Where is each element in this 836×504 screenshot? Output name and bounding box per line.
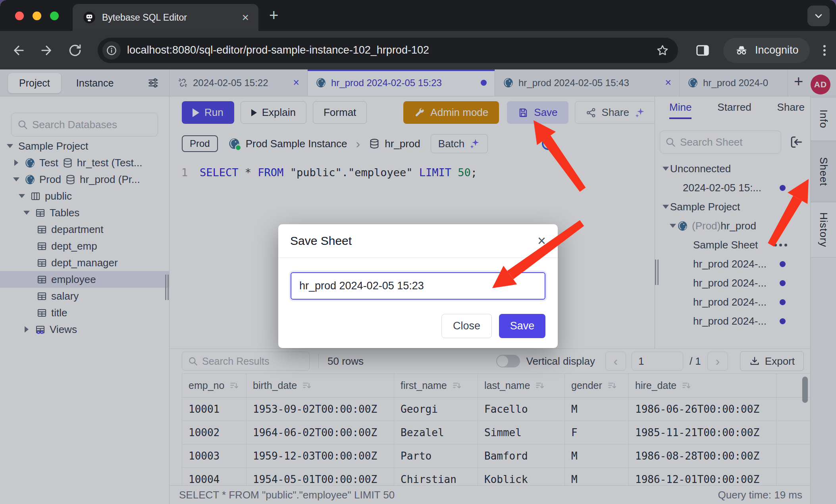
bytebase-app: ProjectInstance 2024-02-05 15:22×hr_prod… <box>0 69 836 504</box>
tab-search-button[interactable] <box>807 6 830 26</box>
bookmark-star-icon[interactable] <box>656 44 669 57</box>
incognito-badge: Incognito <box>723 38 810 63</box>
traffic-lights <box>15 12 59 20</box>
bytebase-favicon-icon <box>83 11 96 24</box>
dialog-close-icon[interactable]: × <box>537 234 546 248</box>
back-icon[interactable] <box>11 43 26 58</box>
dialog-title: Save Sheet <box>290 234 537 248</box>
browser-tab-close-icon[interactable]: × <box>242 11 249 24</box>
browser-menu-icon[interactable] <box>822 43 827 58</box>
address-bar[interactable]: localhost:8080/sql-editor/prod-sample-in… <box>98 38 678 63</box>
browser-tab-title: Bytebase SQL Editor <box>102 12 242 23</box>
chevron-down-icon <box>813 10 824 21</box>
browser-window: Bytebase SQL Editor × + localhost:8080/s… <box>0 0 836 504</box>
close-button[interactable]: Close <box>441 314 492 338</box>
forward-icon[interactable] <box>39 43 54 58</box>
url-text[interactable]: localhost:8080/sql-editor/prod-sample-in… <box>127 44 656 56</box>
site-info-icon[interactable] <box>102 41 121 60</box>
incognito-label: Incognito <box>755 44 799 56</box>
save-button[interactable]: Save <box>499 314 545 338</box>
reload-icon[interactable] <box>67 43 83 58</box>
browser-tabstrip: Bytebase SQL Editor × + <box>0 0 836 31</box>
browser-tab[interactable]: Bytebase SQL Editor × <box>73 4 258 31</box>
incognito-icon <box>734 43 749 58</box>
close-window-button[interactable] <box>15 12 24 20</box>
sheet-name-input[interactable] <box>291 272 545 300</box>
new-browser-tab-button[interactable]: + <box>269 6 278 24</box>
browser-toolbar: localhost:8080/sql-editor/prod-sample-in… <box>0 31 836 69</box>
maximize-window-button[interactable] <box>50 12 59 20</box>
side-panel-icon[interactable] <box>695 42 711 58</box>
minimize-window-button[interactable] <box>33 12 41 20</box>
save-sheet-dialog: Save Sheet × Close Save <box>278 224 558 348</box>
desktop: Bytebase SQL Editor × + localhost:8080/s… <box>0 0 836 504</box>
